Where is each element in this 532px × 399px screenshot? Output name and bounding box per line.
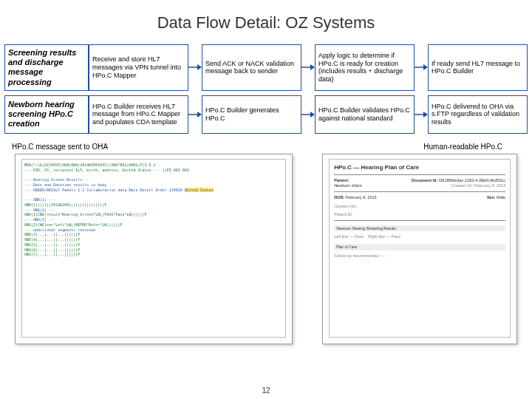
row-1-step-4: If ready send HL7 message to HPo.C Build… [428,44,528,91]
svg-marker-1 [197,64,202,70]
arrow-icon [188,95,202,134]
svg-marker-3 [310,64,315,70]
hl7-line: --- OBX|1| --- [24,208,283,213]
right-preview-label: Human-readable HPo.C [423,143,502,151]
page-title: Data Flow Detail: OZ Systems [0,0,532,44]
row-2-step-4: HPo.C delivered to OHA via s.FTP regardl… [428,95,528,134]
doc-label: Document Id: [412,178,437,183]
preview-labels: HPo.C message sent to OHA Human-readable… [0,138,532,154]
hl7-line: OBR|1|||||||20140209||||||||||||||||F [24,202,283,208]
svg-marker-9 [310,112,315,117]
hl7-line: MSH|^~\&|OZ|HOSP|OHA|OHA|201402091032||O… [24,163,283,168]
doc-label: Patient: [334,178,349,183]
arrow-icon [301,44,315,91]
arrow-icon [415,44,428,91]
hl7-line: --- OBX|2| --- [24,217,283,222]
hl7-line: --- additional segments continue --- [24,228,283,233]
hl7-line: --- Hearing Screen Results --- [24,177,283,183]
flow-row-1: Screening results and discharge message … [4,44,528,91]
row-1-step-1: Receive and store HL7 messages via VPN t… [89,44,188,91]
flow-row-2: Newborn hearing screening HPo.C creation… [4,95,528,134]
hl7-message-text: MSH|^~\&|OZ|HOSP|OHA|OHA|201402091032||O… [21,159,286,338]
arrow-icon [301,95,315,134]
hl7-line: --- ORDER/RESULT Panels 1-2 Collaborativ… [24,188,183,192]
row-2-step-2: HPo.C Builder generates HPo.C [202,95,301,134]
left-preview-label: HPo.C message sent to OHA [12,143,108,151]
doc-section-band: Plan of Care [334,244,505,250]
hl7-line: OBX|1|CWE|result^Hearing Screen^LN||PASS… [24,212,283,217]
human-readable-preview: HPo.C — Hearing Plan of Care Patient: Do… [322,154,517,344]
doc-value: Newborn Infant [334,183,361,188]
row-1-step-3: Apply logic to determine if HPo.C is rea… [315,44,415,91]
doc-value: f291f890e3ac-1182-4-28e0c4bd591c [439,178,505,183]
row-2-label: Newborn hearing screening HPo.C creation [4,95,89,134]
hl7-line: --- PID, CP, recipient IL5, birth, addre… [24,168,189,172]
svg-marker-5 [423,64,428,70]
hl7-line: OBX|2|CWE|ear^Left^LN||REFER^Refer^LN|||… [24,222,283,228]
hl7-line: --- OBR|1| --- [24,197,283,202]
doc-section-band: Newborn Hearing Screening Results [334,225,505,232]
doc-value: Male [497,195,505,200]
arrow-icon [415,95,428,134]
row-2-step-3: HPo.C Builder validates HPo.C against na… [315,95,415,134]
page-number: 12 [0,386,532,395]
doc-title: HPo.C — Hearing Plan of Care [334,164,505,171]
doc-label: Sex: [487,195,496,200]
arrow-icon [188,44,202,91]
doc-value: February 9, 2013 [474,183,505,188]
row-2-step-1: HPo.C Builder receives HL7 message from … [89,95,188,134]
hl7-message-preview: MSH|^~\&|OZ|HOSP|OHA|OHA|201402091032||O… [15,154,293,344]
previews-row: MSH|^~\&|OZ|HOSP|OHA|OHA|201402091032||O… [0,154,532,344]
row-1-label: Screening results and discharge message … [4,44,89,91]
svg-marker-7 [197,112,202,117]
row-1-step-2: Send ACK or NACK validation message back… [202,44,301,91]
hpoc-document: HPo.C — Hearing Plan of Care Patient: Do… [329,159,511,338]
doc-label: DOB: [334,195,344,200]
svg-marker-11 [423,112,428,117]
doc-value: February 9, 2013 [346,195,377,200]
flow-diagram: Screening results and discharge message … [0,44,532,134]
hl7-line: --- Date and Datetime results in body --… [24,183,283,188]
doc-label: Created On: [451,183,474,188]
